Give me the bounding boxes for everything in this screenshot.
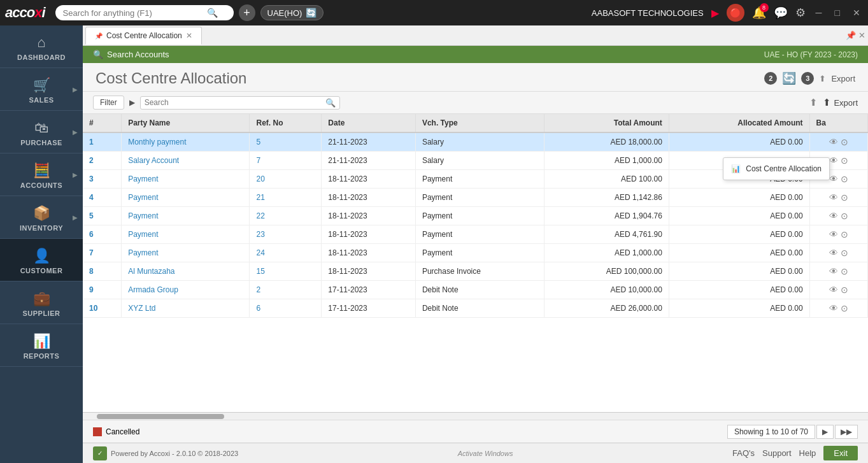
ref-link[interactable]: 21 <box>256 193 264 202</box>
ref-link[interactable]: 15 <box>256 267 264 276</box>
options-icon[interactable]: ⊙ <box>841 137 848 147</box>
filter-search-box[interactable]: 🔍 <box>140 96 340 110</box>
search-accounts-button[interactable]: 🔍 Search Accounts <box>93 50 169 59</box>
cell-vch: Debit Note <box>415 299 544 318</box>
sidebar-item-sales[interactable]: 🛒 SALES ▶ <box>0 68 83 111</box>
play-icon[interactable]: ▶ <box>129 98 135 107</box>
scrollbar-thumb[interactable] <box>97 414 224 419</box>
sidebar-item-purchase[interactable]: 🛍 PURCHASE ▶ <box>0 111 83 153</box>
party-name-link[interactable]: Monthly payment <box>128 138 186 146</box>
row-num-link[interactable]: 9 <box>89 285 94 294</box>
export-button-bar[interactable]: ⬆ Export <box>823 97 858 108</box>
view-icon[interactable]: 👁 <box>829 192 838 203</box>
support-link[interactable]: Support <box>762 448 792 458</box>
tab-cost-centre[interactable]: 📌 Cost Centre Allocation ✕ <box>85 27 202 45</box>
sidebar-item-customer[interactable]: 👤 CUSTOMER <box>0 239 83 281</box>
global-search-box[interactable]: 🔍 <box>55 5 234 20</box>
party-name-link[interactable]: Payment <box>128 175 158 183</box>
add-button[interactable]: + <box>239 4 255 21</box>
sidebar-item-inventory[interactable]: 📦 INVENTORY ▶ <box>0 196 83 239</box>
export-icon-header[interactable]: ⬆ <box>819 74 826 83</box>
options-icon[interactable]: ⊙ <box>841 229 848 239</box>
maximize-button[interactable]: □ <box>832 6 843 19</box>
notification-icon[interactable]: 🔔 8 <box>752 6 766 20</box>
user-avatar[interactable]: 🔴 <box>727 4 744 22</box>
message-icon[interactable]: 💬 <box>774 6 788 20</box>
help-link[interactable]: Help <box>799 448 816 458</box>
ref-link[interactable]: 7 <box>256 156 260 165</box>
options-icon[interactable]: ⊙ <box>841 303 848 313</box>
sidebar-label-supplier: SUPPLIER <box>22 310 60 317</box>
ref-link[interactable]: 20 <box>256 175 264 183</box>
horizontal-scrollbar[interactable] <box>83 412 868 420</box>
filter-search-input[interactable] <box>145 98 323 107</box>
tab-close-button[interactable]: ✕ <box>186 31 192 40</box>
row-num-link[interactable]: 8 <box>89 267 94 276</box>
options-icon[interactable]: ⊙ <box>841 174 848 184</box>
sidebar-item-dashboard[interactable]: ⌂ DASHBOARD <box>0 25 83 68</box>
ref-link[interactable]: 6 <box>256 304 260 313</box>
options-icon[interactable]: ⊙ <box>841 192 848 203</box>
company-refresh-icon[interactable]: 🔄 <box>306 8 317 18</box>
popup-item-cost-centre[interactable]: 📊 Cost Centre Allocation <box>723 160 829 177</box>
party-name-link[interactable]: Al Muntazaha <box>128 267 174 276</box>
purchase-arrow-icon: ▶ <box>73 129 78 136</box>
options-icon[interactable]: ⊙ <box>841 248 848 258</box>
party-name-link[interactable]: Payment <box>128 193 158 202</box>
row-num-link[interactable]: 3 <box>89 175 94 183</box>
export-action-icon[interactable]: ⬆ <box>809 97 818 108</box>
options-icon[interactable]: ⊙ <box>841 285 848 295</box>
sales-arrow-icon: ▶ <box>73 86 78 93</box>
view-icon[interactable]: 👁 <box>829 285 838 295</box>
sidebar-item-supplier[interactable]: 💼 SUPPLIER <box>0 281 83 324</box>
party-name-link[interactable]: Payment <box>128 248 158 257</box>
sidebar-item-accounts[interactable]: 🧮 ACCOUNTS ▶ <box>0 153 83 196</box>
page-last-button[interactable]: ▶▶ <box>835 425 858 439</box>
view-icon[interactable]: 👁 <box>829 266 838 276</box>
options-icon[interactable]: ⊙ <box>841 155 848 166</box>
view-icon[interactable]: 👁 <box>829 174 838 184</box>
party-name-link[interactable]: Armada Group <box>128 285 178 294</box>
company-selector[interactable]: UAE(HO) 🔄 <box>260 5 324 20</box>
sidebar-item-reports[interactable]: 📊 REPORTS <box>0 324 83 367</box>
tab-pin-button[interactable]: 📌 <box>846 31 856 40</box>
filter-button[interactable]: Filter <box>93 96 124 110</box>
options-icon[interactable]: ⊙ <box>841 266 848 276</box>
ref-link[interactable]: 2 <box>256 285 260 294</box>
faq-link[interactable]: FAQ's <box>732 448 755 458</box>
view-icon[interactable]: 👁 <box>829 137 838 147</box>
view-icon[interactable]: 👁 <box>829 155 838 166</box>
tab-pin-icon[interactable]: 📌 <box>95 32 103 39</box>
party-name-link[interactable]: Payment <box>128 230 158 239</box>
view-icon[interactable]: 👁 <box>829 229 838 239</box>
settings-icon[interactable]: ⚙ <box>795 6 806 20</box>
tab-close-all-button[interactable]: ✕ <box>858 31 865 40</box>
close-button[interactable]: ✕ <box>850 6 863 19</box>
row-num-link[interactable]: 1 <box>89 138 94 146</box>
row-num-link[interactable]: 7 <box>89 248 94 257</box>
ref-link[interactable]: 22 <box>256 211 264 220</box>
party-name-link[interactable]: XYZ Ltd <box>128 304 155 313</box>
row-num-link[interactable]: 5 <box>89 211 94 220</box>
row-num-link[interactable]: 10 <box>89 304 97 313</box>
party-name-link[interactable]: Payment <box>128 211 158 220</box>
ref-link[interactable]: 24 <box>256 248 264 257</box>
exit-button[interactable]: Exit <box>823 446 858 460</box>
ref-link[interactable]: 23 <box>256 230 264 239</box>
ref-link[interactable]: 5 <box>256 138 260 146</box>
options-icon[interactable]: ⊙ <box>841 211 848 221</box>
row-num-link[interactable]: 4 <box>89 193 94 202</box>
refresh-button[interactable]: 🔄 <box>782 71 796 85</box>
global-search-input[interactable] <box>63 8 203 18</box>
row-num-link[interactable]: 2 <box>89 156 94 165</box>
cell-party: Salary Account <box>122 152 250 170</box>
cell-date: 18-11-2023 <box>322 225 416 244</box>
view-icon[interactable]: 👁 <box>829 303 838 313</box>
minimize-button[interactable]: ─ <box>813 6 825 19</box>
row-num-link[interactable]: 6 <box>89 230 94 239</box>
view-icon[interactable]: 👁 <box>829 248 838 258</box>
export-button[interactable]: Export <box>831 74 855 83</box>
party-name-link[interactable]: Salary Account <box>128 156 179 165</box>
page-next-button[interactable]: ▶ <box>816 425 834 439</box>
view-icon[interactable]: 👁 <box>829 211 838 221</box>
